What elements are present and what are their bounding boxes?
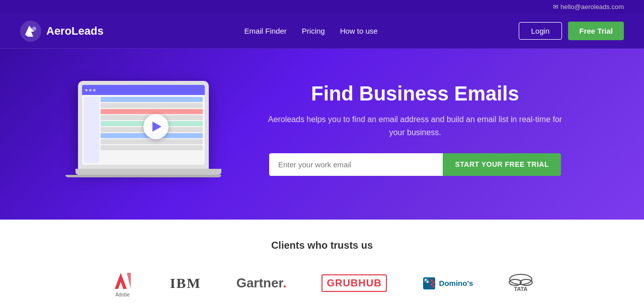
grubhub-label: GRUBHUB: [321, 274, 386, 292]
svg-point-7: [431, 279, 433, 281]
clients-logos: Adobe IBM Gartner. GRUBHUB: [30, 269, 614, 297]
svg-point-5: [427, 281, 429, 283]
ibm-label: IBM: [170, 275, 201, 291]
aeroleads-logo-icon: [20, 21, 41, 42]
hero-content: Find Business Emails Aeroleads helps you…: [264, 82, 566, 175]
svg-point-9: [431, 283, 433, 285]
email-form: START YOUR FREE TRIAL: [269, 153, 561, 176]
free-trial-button[interactable]: Free Trial: [568, 22, 624, 40]
client-adobe: Adobe: [111, 269, 135, 297]
hero-subtitle: Aeroleads helps you to find an email add…: [264, 113, 566, 139]
svg-point-8: [433, 281, 435, 283]
logo-text: AeroLeads: [46, 25, 104, 38]
adobe-label: Adobe: [115, 292, 130, 297]
hero-title: Find Business Emails: [264, 82, 566, 105]
nav-pricing[interactable]: Pricing: [302, 27, 325, 35]
client-grubhub: GRUBHUB: [321, 274, 386, 292]
header-actions: Login Free Trial: [519, 22, 624, 40]
svg-point-4: [425, 279, 427, 281]
adobe-icon: [111, 269, 135, 293]
svg-point-1: [32, 27, 36, 31]
login-button[interactable]: Login: [519, 22, 562, 40]
clients-title: Clients who trusts us: [30, 240, 614, 251]
clients-section: Clients who trusts us Adobe IBM Gartner.…: [0, 220, 644, 308]
client-tata: TATA: [508, 273, 533, 293]
svg-point-10: [433, 285, 435, 287]
play-icon: [152, 122, 162, 132]
play-button[interactable]: [143, 114, 169, 139]
header-top-bar: ✉ hello@aeroleads.com: [0, 0, 644, 14]
svg-text:TATA: TATA: [514, 286, 528, 292]
dominos-label: Domino's: [439, 279, 473, 287]
email-input[interactable]: [269, 153, 443, 176]
laptop-illustration: [78, 81, 234, 177]
client-dominos: Domino's: [422, 276, 473, 290]
start-trial-button[interactable]: START YOUR FREE TRIAL: [443, 153, 561, 176]
header-main: AeroLeads Email Finder Pricing How to us…: [0, 14, 644, 49]
nav-email-finder[interactable]: Email Finder: [245, 27, 287, 35]
contact-email: ✉ hello@aeroleads.com: [553, 3, 624, 11]
hero-section: Find Business Emails Aeroleads helps you…: [0, 49, 644, 220]
main-nav: Email Finder Pricing How to use: [245, 27, 378, 35]
dominos-icon: [422, 276, 436, 290]
gartner-label: Gartner.: [236, 275, 287, 291]
client-gartner: Gartner.: [236, 275, 287, 291]
logo-area[interactable]: AeroLeads: [20, 21, 104, 42]
client-ibm: IBM: [170, 275, 201, 291]
tata-icon: TATA: [508, 273, 533, 293]
nav-how-to-use[interactable]: How to use: [340, 27, 378, 35]
